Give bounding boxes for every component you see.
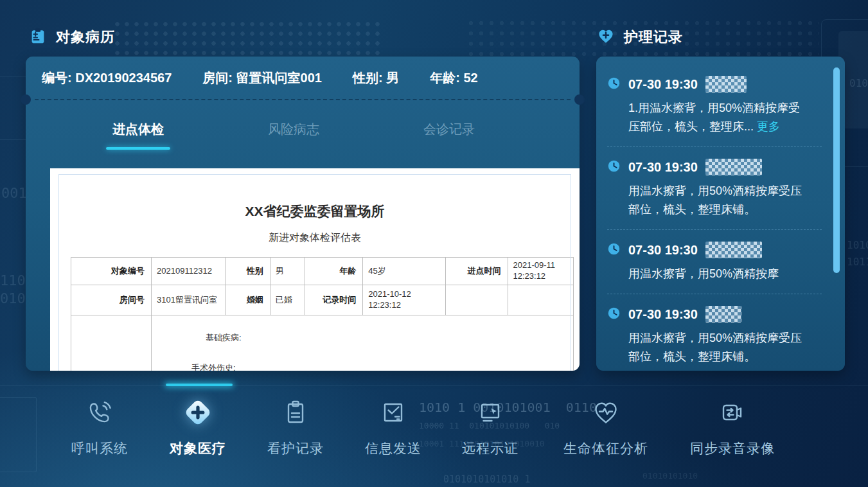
nav-item-message-send[interactable]: 信息发送: [365, 394, 421, 457]
clock-icon: [607, 76, 621, 93]
app-root: 0010( 11010 0101| 1010 1 0010101001 0110…: [0, 0, 868, 487]
medical-form-document: XX省纪委监委留置场所 新进对象体检评估表 对象编号 202109112312 …: [50, 168, 580, 371]
tab-label: 会诊记录: [423, 122, 475, 136]
scrollbar-thumb[interactable]: [833, 67, 840, 273]
redacted-name-mosaic: [705, 159, 762, 175]
nursing-entry: 07-30 19:30 用温水擦背，用50%酒精按摩受压部位，梳头，整理床铺。: [607, 294, 822, 371]
dashed-separator: [35, 99, 571, 100]
record-gender-field: 性别: 男: [353, 69, 399, 87]
tab-risk-notes[interactable]: 风险病志: [229, 111, 358, 150]
video-camera-sync-icon: [690, 394, 775, 430]
nursing-entry: 07-30 19:30 用温水擦背，用50%酒精按摩受压部位，梳头，整理床铺。: [607, 147, 822, 230]
nav-item-remote-evidence[interactable]: 远程示证: [462, 394, 518, 457]
nursing-entry-list: 07-30 19:30 1.用温水擦背，用50%酒精按摩受压部位，梳头，整理床.…: [596, 57, 845, 371]
record-tabs: 进点体检 风险病志 会诊记录: [74, 111, 513, 150]
tab-label: 风险病志: [268, 122, 319, 136]
nav-label: 远程示证: [462, 439, 518, 457]
clipboard-badge-icon: [28, 26, 48, 48]
nav-item-subject-medical[interactable]: 对象医疗: [170, 394, 226, 457]
remote-monitor-icon: [462, 394, 518, 430]
entry-timestamp: 07-30 19:30: [628, 243, 698, 258]
nav-item-care-records[interactable]: 看护记录: [267, 394, 324, 457]
nursing-record-section-title: 护理记录: [596, 26, 683, 48]
tab-consultation-records[interactable]: 会诊记录: [385, 111, 513, 150]
entry-text: 1.用温水擦背，用50%酒精按摩受压部位，梳头，整理床... 更多: [628, 99, 803, 136]
nav-label: 看护记录: [267, 439, 324, 457]
nav-label: 信息发送: [365, 439, 421, 457]
nav-label: 对象医疗: [170, 439, 226, 457]
section-title-text: 对象病历: [56, 28, 115, 47]
clock-icon: [607, 306, 621, 323]
phone-call-icon: [71, 394, 128, 430]
nav-item-call-system[interactable]: 呼叫系统: [71, 394, 128, 457]
medical-record-panel: 编号: DX20190234567 房间: 留置讯问室001 性别: 男 年龄:…: [26, 57, 580, 371]
clock-icon: [607, 242, 621, 258]
entry-text: 用温水擦背，用50%酒精按摩受压部位，梳头，整理床铺。: [628, 182, 803, 219]
more-link[interactable]: 更多: [757, 120, 780, 133]
nav-label: 生命体征分析: [563, 439, 648, 457]
panel-notch: [574, 94, 585, 105]
medical-record-section-title: 对象病历: [28, 26, 115, 48]
record-id-field: 编号: DX20190234567: [42, 69, 172, 87]
document-inner-frame: [58, 174, 571, 371]
tab-underline: [417, 147, 481, 150]
entry-text: 用温水擦背，用50%酒精按摩: [628, 265, 803, 283]
nav-label: 同步录音录像: [690, 439, 775, 457]
nursing-record-panel: 07-30 19:30 1.用温水擦背，用50%酒精按摩受压部位，梳头，整理床.…: [596, 57, 845, 371]
nav-item-vital-signs[interactable]: 生命体征分析: [563, 394, 648, 457]
entry-text: 用温水擦背，用50%酒精按摩受压部位，梳头，整理床铺。: [628, 329, 803, 366]
record-summary-header: 编号: DX20190234567 房间: 留置讯问室001 性别: 男 年龄:…: [26, 57, 580, 99]
tab-entry-physical-exam[interactable]: 进点体检: [74, 111, 202, 150]
decor-binary-text: 1010: [847, 239, 868, 251]
tab-underline: [261, 147, 326, 150]
decor-binary-text: 010: [849, 77, 868, 89]
bottom-navigation: 呼叫系统 对象医疗 看护: [0, 385, 868, 487]
record-age-field: 年龄: 52: [430, 69, 477, 87]
heart-plus-icon: [596, 26, 616, 48]
section-title-text: 护理记录: [624, 28, 683, 47]
clipboard-icon: [267, 394, 324, 430]
panel-notch: [21, 94, 31, 105]
redacted-name-mosaic: [705, 242, 762, 258]
decor-binary-text: 1011: [847, 256, 868, 268]
medical-diamond-plus-icon: [170, 394, 226, 430]
tab-underline: [106, 147, 170, 150]
redacted-name-mosaic: [705, 76, 747, 93]
nursing-entry: 07-30 19:30 1.用温水擦背，用50%酒精按摩受压部位，梳头，整理床.…: [607, 66, 822, 147]
redacted-name-mosaic: [705, 306, 741, 323]
nursing-entry: 07-30 19:30 用温水擦背，用50%酒精按摩: [607, 230, 822, 294]
message-check-icon: [365, 394, 421, 430]
record-room-field: 房间: 留置讯问室001: [202, 69, 322, 87]
nav-label: 呼叫系统: [71, 439, 128, 457]
clock-icon: [607, 159, 621, 175]
entry-timestamp: 07-30 19:30: [628, 160, 698, 175]
heart-pulse-icon: [563, 394, 648, 430]
nav-item-sync-recording[interactable]: 同步录音录像: [690, 394, 775, 457]
entry-timestamp: 07-30 19:30: [628, 77, 698, 92]
tab-label: 进点体检: [112, 122, 164, 136]
entry-timestamp: 07-30 19:30: [628, 307, 698, 322]
